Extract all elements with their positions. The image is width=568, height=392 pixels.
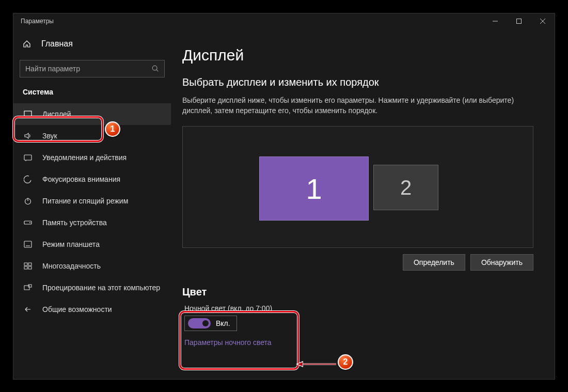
nav-item-focus[interactable]: Фокусировка внимания (13, 168, 171, 190)
projecting-icon (23, 284, 33, 291)
nav-label: Многозадачность (42, 262, 101, 270)
window-controls (483, 13, 555, 29)
nav-item-shared[interactable]: Общие возможности (13, 299, 171, 320)
svg-point-4 (152, 66, 157, 70)
nav-label: Режим планшета (42, 240, 100, 248)
arrange-desc: Выберите дисплей ниже, чтобы изменить ег… (182, 96, 533, 116)
nightlight-settings-link[interactable]: Параметры ночного света (184, 338, 543, 347)
nav-item-display[interactable]: Дисплей (13, 103, 171, 125)
svg-rect-15 (24, 263, 27, 265)
nav-item-tablet[interactable]: Режим планшета (13, 233, 171, 255)
nav-item-sound[interactable]: Звук (13, 125, 171, 147)
nav-label: Проецирование на этот компьютер (42, 284, 160, 292)
shared-icon (23, 305, 33, 313)
nav-label: Звук (42, 132, 57, 140)
home-link[interactable]: Главная (13, 35, 171, 53)
window-title: Параметры (21, 18, 54, 25)
home-label: Главная (41, 39, 73, 49)
maximize-button[interactable] (507, 13, 531, 29)
nav-label: Общие возможности (42, 305, 112, 313)
arrange-title: Выбрать дисплеи и изменить их порядок (182, 76, 543, 88)
svg-rect-1 (517, 19, 522, 24)
search-input[interactable] (25, 65, 152, 73)
color-section-title: Цвет (182, 286, 543, 298)
nav-label: Дисплей (42, 110, 71, 118)
monitor-2[interactable]: 2 (373, 165, 438, 210)
nav-item-notifications[interactable]: Уведомления и действия (13, 147, 171, 168)
display-arrangement-area[interactable]: 1 2 (182, 126, 533, 248)
close-icon (540, 19, 545, 24)
svg-point-12 (29, 222, 30, 223)
minimize-button[interactable] (483, 13, 507, 29)
nav-item-power[interactable]: Питание и спящий режим (13, 190, 171, 212)
page-title: Дисплей (182, 46, 543, 64)
section-label: Система (13, 88, 171, 103)
monitor-1[interactable]: 1 (259, 156, 369, 221)
nav-label: Уведомления и действия (42, 153, 127, 162)
display-buttons: Определить Обнаружить (182, 254, 533, 271)
search-box[interactable] (20, 60, 165, 77)
nightlight-label: Ночной свет (вкл. до 7:00) (184, 304, 543, 312)
svg-line-5 (156, 70, 158, 71)
svg-rect-8 (24, 155, 31, 160)
settings-window: Параметры Главная Си (13, 13, 555, 380)
main-panel: Дисплей Выбрать дисплеи и изменить их по… (171, 29, 555, 379)
annotation-badge-1: 1 (105, 121, 120, 137)
toggle-thumb (202, 320, 209, 326)
nav-label: Питание и спящий режим (42, 197, 128, 205)
nav-label: Фокусировка внимания (42, 175, 120, 183)
nav-item-storage[interactable]: Память устройства (13, 212, 171, 233)
power-icon (23, 197, 33, 205)
nightlight-toggle[interactable] (188, 318, 211, 328)
storage-icon (23, 219, 33, 226)
annotation-badge-2: 2 (338, 354, 353, 370)
notifications-icon (23, 154, 33, 161)
toggle-state: Вкл. (216, 319, 230, 327)
nightlight-toggle-row: Вкл. (184, 316, 237, 331)
sidebar: Главная Система Дисплей Звук (13, 29, 171, 379)
nav-item-multitask[interactable]: Многозадачность (13, 255, 171, 277)
minimize-icon (493, 19, 498, 24)
svg-rect-13 (24, 241, 31, 247)
detect-button[interactable]: Обнаружить (470, 254, 533, 271)
titlebar[interactable]: Параметры (13, 13, 555, 29)
svg-rect-17 (24, 266, 27, 269)
nav-label: Память устройства (42, 218, 107, 227)
close-button[interactable] (531, 13, 555, 29)
svg-rect-16 (28, 263, 31, 265)
focus-icon (23, 175, 33, 183)
svg-rect-18 (28, 266, 31, 269)
sound-icon (23, 132, 33, 139)
identify-button[interactable]: Определить (403, 254, 465, 271)
search-icon (152, 65, 159, 72)
multitask-icon (23, 262, 33, 270)
maximize-icon (516, 19, 522, 24)
home-icon (23, 40, 33, 48)
tablet-icon (23, 241, 33, 248)
display-icon (23, 111, 33, 118)
nav-item-projecting[interactable]: Проецирование на этот компьютер (13, 277, 171, 299)
svg-rect-6 (24, 111, 31, 116)
